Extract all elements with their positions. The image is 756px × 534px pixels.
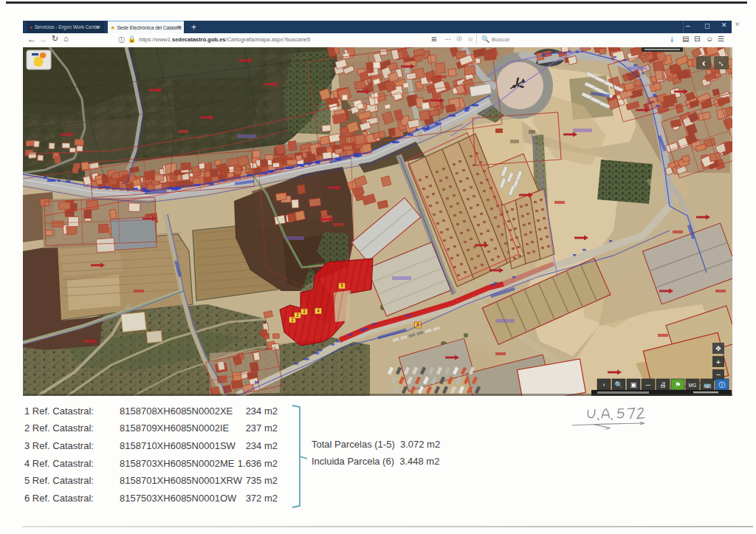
svg-text:‹: ‹ (702, 57, 706, 69)
svg-text:🚌: 🚌 (703, 380, 712, 389)
svg-text:▣: ▣ (630, 381, 637, 388)
svg-text:─: ─ (645, 381, 651, 388)
svg-text:5: 5 (340, 283, 343, 288)
svg-text:4: 4 (317, 308, 320, 313)
svg-text:✥: ✥ (715, 345, 721, 352)
svg-text:+: + (716, 357, 721, 366)
svg-text:−: − (716, 370, 721, 379)
svg-text:3: 3 (303, 309, 306, 314)
svg-text:›: › (603, 381, 605, 388)
svg-text:1: 1 (291, 317, 294, 322)
svg-text:ⓘ: ⓘ (719, 381, 726, 388)
svg-text:MG: MG (689, 383, 696, 388)
svg-text:2: 2 (296, 312, 299, 318)
svg-text:🖨: 🖨 (660, 381, 667, 388)
svg-text:🔍: 🔍 (614, 380, 623, 389)
svg-text:⚑: ⚑ (675, 381, 681, 388)
